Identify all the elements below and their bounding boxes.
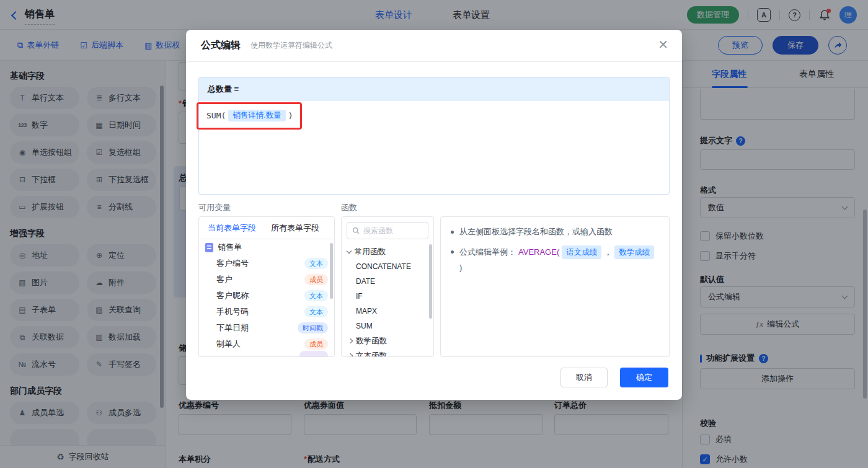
type-tag: 成员 <box>304 274 328 285</box>
variable-tree-root[interactable]: 销售单 <box>199 239 334 255</box>
type-tag: 文本 <box>304 258 328 269</box>
chevron-right-icon <box>348 338 353 343</box>
partial-row-tag <box>299 351 328 357</box>
type-tag: 时间戳 <box>298 322 328 333</box>
functions-scrollbar[interactable] <box>429 244 432 319</box>
modal-title: 公式编辑 <box>201 39 241 52</box>
tab-all-form-fields[interactable]: 所有表单字段 <box>271 223 319 234</box>
hint-line-1: 从左侧面板选择字段名和函数，或输入函数 <box>451 226 659 238</box>
formula-expression[interactable]: SUM( 销售详情.数量 ) <box>199 101 669 130</box>
variable-row[interactable]: 客户成员 <box>199 272 334 288</box>
formula-editor-modal: 公式编辑 使用数学运算符编辑公式 ✕ 总数量 = SUM( 销售详情.数量 ) … <box>186 30 682 400</box>
formula-target: 总数量 = <box>199 77 669 101</box>
function-group-text[interactable]: 文本函数 <box>342 348 433 357</box>
bullet-icon <box>451 250 454 254</box>
variable-row[interactable]: 下单日期时间戳 <box>199 320 334 336</box>
functions-panel: 常用函数 CONCATENATE DATE IF MAPX SUM 数学函数 文… <box>341 216 434 357</box>
function-item[interactable]: SUM <box>342 319 433 333</box>
bullet-icon <box>451 231 454 234</box>
cancel-button[interactable]: 取消 <box>560 368 608 387</box>
functions-section-label: 函数 <box>341 202 357 213</box>
function-item[interactable]: MAPX <box>342 304 433 319</box>
formula-field-chip[interactable]: 销售详情.数量 <box>228 110 285 121</box>
formula-editor-area[interactable]: 总数量 = SUM( 销售详情.数量 ) <box>198 77 670 195</box>
app-root: 销售单 表单设计 表单设置 数据管理 A ? 理 ⧉ 表单外链 ☑ <box>0 0 868 468</box>
modal-subtitle: 使用数学运算符编辑公式 <box>250 40 332 51</box>
chevron-right-icon <box>348 353 353 357</box>
variables-section-label: 可用变量 <box>198 202 341 213</box>
hints-panel: 从左侧面板选择字段名和函数，或输入函数 公式编辑举例：AVERAGE( 语文成绩… <box>440 216 670 357</box>
hint-line-2: 公式编辑举例：AVERAGE( 语文成绩 ， 数学成绩 ) <box>451 245 659 274</box>
example-function-name: AVERAGE( <box>518 246 559 258</box>
type-tag: 成员 <box>304 338 328 350</box>
variables-scrollbar[interactable] <box>330 243 333 299</box>
variable-row[interactable]: 客户昵称文本 <box>199 288 334 304</box>
example-field-chip: 语文成绩 <box>562 245 601 259</box>
type-tag: 文本 <box>304 306 328 317</box>
chevron-down-icon <box>347 249 352 254</box>
search-icon <box>352 227 360 234</box>
tab-current-form-fields[interactable]: 当前表单字段 <box>208 223 256 234</box>
function-item[interactable]: DATE <box>342 274 433 289</box>
example-field-chip: 数学成绩 <box>614 245 654 259</box>
formula-close-paren: ) <box>288 111 293 120</box>
function-search[interactable] <box>347 222 428 239</box>
confirm-button[interactable]: 确定 <box>620 368 668 387</box>
function-group-math[interactable]: 数学函数 <box>342 333 433 348</box>
function-search-input[interactable] <box>363 226 423 235</box>
close-icon[interactable]: ✕ <box>658 38 668 51</box>
function-group-common[interactable]: 常用函数 <box>342 244 433 259</box>
function-item[interactable]: CONCATENATE <box>342 259 433 274</box>
variable-row[interactable]: 客户编号文本 <box>199 255 334 272</box>
function-item[interactable]: IF <box>342 289 433 304</box>
variable-row[interactable]: 制单人成员 <box>199 336 334 352</box>
type-tag: 文本 <box>304 290 328 301</box>
document-icon <box>205 243 213 252</box>
variable-row[interactable]: 手机号码文本 <box>199 304 334 320</box>
formula-function-name: SUM( <box>206 111 226 120</box>
variables-panel: 当前表单字段 所有表单字段 销售单 客户编号文本 客户成员 客户昵称文本 手机号… <box>198 216 335 357</box>
